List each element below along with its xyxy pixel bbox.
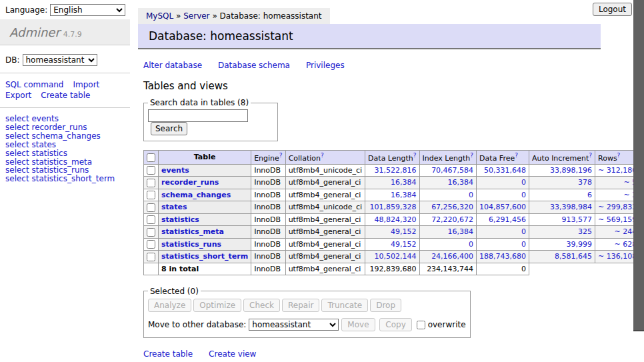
sidebar-link-export[interactable]: Export: [5, 91, 31, 100]
overwrite-checkbox[interactable]: [417, 321, 425, 329]
cell-index-length-link[interactable]: 16,384: [448, 227, 474, 236]
cell-index-length-link[interactable]: 67,256,320: [431, 203, 473, 211]
table-name-link[interactable]: statistics_meta: [161, 227, 224, 236]
search-input[interactable]: [148, 109, 248, 122]
total-row: 8 in totalInnoDButf8mb4_general_ci192,83…: [144, 263, 644, 275]
cell-auto-increment-link[interactable]: 33,898,196: [550, 166, 592, 175]
cell-index-length-link[interactable]: 24,166,400: [431, 252, 473, 261]
table-name-link[interactable]: statistics: [161, 215, 199, 224]
cell-index-length: 0: [419, 189, 477, 201]
column-help-link[interactable]: ?: [515, 152, 518, 159]
cell-auto-increment-link[interactable]: 8,581,645: [555, 252, 592, 261]
search-button[interactable]: Search: [151, 122, 187, 135]
cell-data-length-link[interactable]: 49,152: [391, 227, 417, 236]
sidebar-link-create-table[interactable]: Create table: [41, 91, 90, 100]
column-help-link[interactable]: ?: [413, 152, 417, 159]
cell-auto-increment-link[interactable]: 33,398,984: [550, 203, 592, 211]
cell-index-length-link[interactable]: 0: [469, 240, 473, 249]
col-header-table: Table: [159, 151, 251, 165]
link-privileges[interactable]: Privileges: [306, 61, 345, 70]
drop-button[interactable]: Drop: [370, 299, 401, 312]
cell-data-free-link[interactable]: 0: [521, 240, 526, 249]
table-name-link[interactable]: events: [161, 166, 189, 175]
repair-button[interactable]: Repair: [282, 299, 319, 312]
select-all-checkbox[interactable]: [147, 153, 155, 162]
cell-data-free-link[interactable]: 6,291,456: [489, 215, 526, 224]
row-checkbox[interactable]: [147, 166, 155, 175]
cell-rows-estimate-link[interactable]: ~ 136,108: [598, 252, 637, 261]
adminer-logo[interactable]: Adminer4.7.9: [0, 19, 130, 45]
move-db-select[interactable]: homeassistant: [249, 319, 339, 331]
cell-index-length-link[interactable]: 70,467,584: [431, 166, 473, 175]
column-help-link[interactable]: ?: [470, 152, 473, 159]
cell-data-free-link[interactable]: 0: [521, 191, 526, 199]
row-checkbox-cell: [144, 164, 159, 177]
move-button[interactable]: Move: [341, 318, 375, 331]
row-checkbox[interactable]: [147, 179, 155, 187]
cell-data-length-link[interactable]: 16,384: [391, 191, 417, 199]
column-help-link[interactable]: ?: [589, 152, 592, 159]
cell-rows-estimate-link[interactable]: ~ 569,159: [598, 215, 637, 224]
sidebar-table-link[interactable]: select schema_changes: [5, 132, 125, 141]
row-checkbox[interactable]: [147, 191, 155, 199]
cell-auto-increment-link[interactable]: 378: [578, 178, 592, 187]
sidebar-table-link[interactable]: select statistics_short_term: [5, 175, 125, 183]
optimize-button[interactable]: Optimize: [193, 299, 241, 312]
row-checkbox[interactable]: [147, 240, 155, 249]
cell-data-length-link[interactable]: 10,502,144: [375, 252, 417, 261]
cell-data-free-link[interactable]: 0: [521, 227, 526, 236]
cell-data-length-link[interactable]: 31,522,816: [375, 166, 417, 175]
sidebar-table-link[interactable]: select recorder_runs: [5, 123, 125, 132]
table-name-link[interactable]: schema_changes: [161, 191, 231, 199]
cell-index-length-link[interactable]: 0: [469, 191, 473, 199]
row-checkbox[interactable]: [147, 215, 155, 224]
column-help-link[interactable]: ?: [279, 152, 283, 159]
cell-data-length-link[interactable]: 49,152: [391, 240, 417, 249]
table-name-link[interactable]: recorder_runs: [161, 178, 219, 187]
column-help-link[interactable]: ?: [321, 152, 324, 159]
cell-index-length-link[interactable]: 16,384: [448, 178, 474, 187]
cell-data-free-link[interactable]: 0: [521, 178, 526, 187]
language-select[interactable]: English: [50, 4, 125, 16]
truncate-button[interactable]: Truncate: [321, 299, 368, 312]
row-checkbox[interactable]: [147, 253, 155, 261]
link-database-schema[interactable]: Database schema: [218, 61, 290, 70]
cell-collation: utf8mb4_unicode_ci: [285, 164, 365, 177]
cell-auto-increment-link[interactable]: 6: [587, 191, 592, 199]
cell-rows-estimate-link[interactable]: ~ 312,180: [598, 166, 637, 175]
sidebar-table-link[interactable]: select states: [5, 141, 125, 149]
table-name-link[interactable]: statistics_runs: [161, 240, 221, 249]
table-name-link[interactable]: statistics_short_term: [161, 252, 248, 261]
cell-auto-increment-link[interactable]: 913,577: [562, 215, 593, 224]
copy-button[interactable]: Copy: [379, 318, 411, 331]
db-select[interactable]: homeassistant: [23, 54, 97, 66]
column-help-link[interactable]: ?: [617, 152, 621, 159]
sidebar-table-link[interactable]: select events: [5, 115, 125, 123]
cell-data-free-link[interactable]: 104,857,600: [479, 203, 526, 211]
cell-rows-estimate-link[interactable]: ~ 299,833: [598, 203, 637, 211]
cell-data-free-link[interactable]: 188,743,680: [479, 252, 526, 261]
link-create-table[interactable]: Create table: [143, 349, 193, 359]
cell-index-length: 0: [419, 238, 477, 251]
check-button[interactable]: Check: [243, 299, 280, 312]
table-name-link[interactable]: states: [161, 203, 187, 211]
scrollbar-thumb[interactable]: [633, 0, 644, 331]
analyze-button[interactable]: Analyze: [148, 299, 191, 312]
cell-index-length-link[interactable]: 72,220,672: [431, 215, 473, 224]
link-create-view[interactable]: Create view: [209, 349, 256, 359]
cell-data-length-link[interactable]: 101,859,328: [370, 203, 417, 211]
cell-auto-increment-link[interactable]: 325: [578, 227, 592, 236]
sidebar-link-sql-command[interactable]: SQL command: [5, 80, 63, 89]
cell-auto-increment-link[interactable]: 39,999: [567, 240, 593, 249]
sidebar-table-link[interactable]: select statistics: [5, 149, 125, 158]
cell-data-free-link[interactable]: 50,331,648: [484, 166, 526, 175]
cell-data-length-link[interactable]: 48,824,320: [375, 215, 417, 224]
row-checkbox[interactable]: [147, 203, 155, 212]
link-alter-database[interactable]: Alter database: [143, 61, 202, 70]
vertical-scrollbar[interactable]: [633, 0, 644, 362]
sidebar-link-import[interactable]: Import: [73, 80, 99, 89]
overwrite-label: overwrite: [428, 320, 466, 329]
row-checkbox[interactable]: [147, 228, 155, 237]
cell-data-length-link[interactable]: 16,384: [391, 178, 417, 187]
db-label: DB:: [5, 55, 20, 65]
